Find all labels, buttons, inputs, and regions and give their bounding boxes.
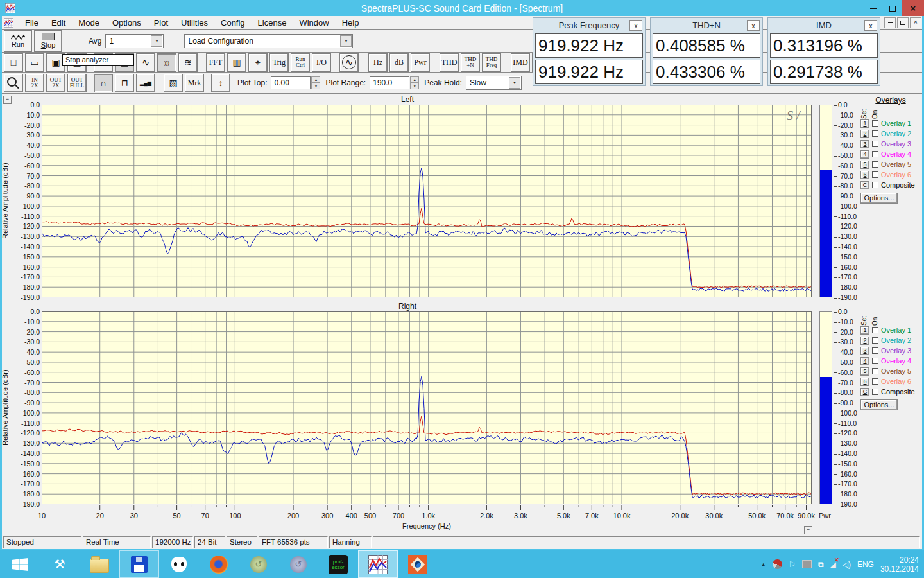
collapse-top-button[interactable]: − xyxy=(3,96,12,104)
units-db-button[interactable]: dB xyxy=(389,53,409,72)
overlay-set-button-c-left[interactable]: C xyxy=(860,181,869,189)
zoom-button[interactable] xyxy=(4,74,23,92)
peak-hold-select[interactable]: Slow ▼ xyxy=(466,76,522,90)
menu-edit[interactable]: Edit xyxy=(45,18,72,28)
bar-plot-button[interactable]: ▂▄▆ xyxy=(136,74,155,92)
down-arrow-icon[interactable]: ▼ xyxy=(311,83,320,89)
restore-button[interactable] xyxy=(883,0,902,16)
open-file-button[interactable]: ▭ xyxy=(25,53,44,72)
up-arrow-icon[interactable]: ▲ xyxy=(311,76,320,83)
audio-app-button-1[interactable]: ↺ xyxy=(239,550,278,578)
overlay-set-button-3-right[interactable]: 3 xyxy=(860,347,869,355)
menu-window[interactable]: Window xyxy=(293,18,335,28)
overlay-set-button-5-right[interactable]: 5 xyxy=(860,367,869,376)
spectrogram-view-button[interactable]: ))) xyxy=(157,53,176,72)
avg-select[interactable]: 1 ▼ xyxy=(105,34,164,48)
calibration-button[interactable]: ⌖ xyxy=(248,53,268,72)
chevron-down-icon[interactable]: ▼ xyxy=(151,35,162,47)
overlay-checkbox-3-left[interactable] xyxy=(872,141,878,147)
tray-mixer-icon[interactable] xyxy=(773,559,782,569)
vertical-scale-button[interactable]: ↕ xyxy=(211,74,230,92)
zoom-out-2x-button[interactable]: OUT 2X xyxy=(46,74,65,92)
menu-config[interactable]: Config xyxy=(214,18,252,28)
server-manager-button[interactable]: ⚒ xyxy=(40,550,80,578)
safely-remove-hardware-icon[interactable]: ⧉ xyxy=(818,560,824,569)
menu-utilities[interactable]: Utilities xyxy=(175,18,214,28)
display-options-button[interactable]: ▧ xyxy=(164,74,183,92)
zoom-out-full-button[interactable]: OUT FULL xyxy=(67,74,87,92)
thd-n-button[interactable]: THD +N xyxy=(461,53,480,72)
plot-top-field[interactable]: 0.00 xyxy=(271,76,311,89)
overlay-checkbox-5-right[interactable] xyxy=(872,368,878,374)
units-pwr-button[interactable]: Pwr xyxy=(411,53,430,72)
overlay-checkbox-5-left[interactable] xyxy=(872,161,878,168)
overlay-checkbox-2-right[interactable] xyxy=(872,337,878,344)
overlay-checkbox-3-right[interactable] xyxy=(872,347,878,354)
chevron-down-icon[interactable]: ▼ xyxy=(340,35,352,47)
overlay-set-button-3-left[interactable]: 3 xyxy=(860,140,869,148)
plot-range-stepper[interactable]: ▲▼ xyxy=(410,76,419,89)
overlay-set-button-c-right[interactable]: C xyxy=(860,388,869,396)
overlay-set-button-2-left[interactable]: 2 xyxy=(860,130,869,138)
thd-freq-button[interactable]: THD Freq xyxy=(482,53,501,72)
surface-view-button[interactable]: ≋ xyxy=(178,53,198,72)
menu-plot[interactable]: Plot xyxy=(148,18,175,28)
menu-help[interactable]: Help xyxy=(336,18,366,28)
overlay-set-button-1-right[interactable]: 1 xyxy=(860,326,869,335)
left-spectrum-plot[interactable] xyxy=(42,105,812,297)
start-button[interactable] xyxy=(0,550,40,578)
overlay-checkbox-4-left[interactable] xyxy=(872,151,878,157)
mdi-minimize-button[interactable] xyxy=(884,17,896,28)
units-hz-button[interactable]: Hz xyxy=(368,53,388,72)
volume-icon[interactable]: ◁) xyxy=(843,560,851,569)
audio-app-button-2[interactable]: ↺ xyxy=(278,550,318,578)
right-spectrum-plot[interactable] xyxy=(42,311,812,504)
language-indicator[interactable]: ENG xyxy=(857,560,874,569)
run-control-button[interactable]: Run Ctrl xyxy=(291,53,310,72)
overlays-options-button-left[interactable]: Options... xyxy=(860,193,898,204)
overlays-options-button-right[interactable]: Options... xyxy=(860,399,898,410)
menu-license[interactable]: License xyxy=(252,18,293,28)
action-center-flag-icon[interactable]: ⚐ xyxy=(789,560,796,569)
scaling-button[interactable]: ▥ xyxy=(227,53,246,72)
close-button[interactable]: × xyxy=(902,0,924,16)
tray-expand-arrow[interactable]: ▲ xyxy=(760,561,766,568)
tray-app-icon[interactable] xyxy=(802,560,812,568)
firefox-button[interactable] xyxy=(199,550,239,578)
stop-button[interactable]: Stop xyxy=(34,30,62,52)
overlay-set-button-6-left[interactable]: 6 xyxy=(860,171,869,179)
foobar2000-button[interactable] xyxy=(159,550,199,578)
step-plot-button[interactable]: ⊓ xyxy=(115,74,134,92)
mdi-close-button[interactable]: × xyxy=(910,17,921,28)
meter-close-button[interactable]: x xyxy=(747,20,760,31)
mdi-restore-button[interactable] xyxy=(897,17,909,28)
menu-file[interactable]: File xyxy=(19,18,45,28)
overlay-set-button-2-right[interactable]: 2 xyxy=(860,337,869,345)
up-arrow-icon[interactable]: ▲ xyxy=(410,76,419,83)
overlay-checkbox-6-left[interactable] xyxy=(872,171,878,178)
peak-plot-button[interactable]: ∩ xyxy=(94,74,113,92)
marker-button[interactable]: Mrk xyxy=(185,74,204,92)
overlay-set-button-4-right[interactable]: 4 xyxy=(860,357,869,365)
menu-options[interactable]: Options xyxy=(106,18,148,28)
overlay-checkbox-4-right[interactable] xyxy=(872,358,878,364)
signal-generator-button[interactable]: ∿ xyxy=(339,53,359,72)
collapse-bottom-button[interactable]: − xyxy=(804,526,812,534)
overlay-checkbox-c-right[interactable] xyxy=(872,389,878,395)
overlay-checkbox-6-right[interactable] xyxy=(872,378,878,385)
overlay-checkbox-c-left[interactable] xyxy=(872,182,878,188)
imd-button[interactable]: IMD xyxy=(511,53,530,72)
overlay-set-button-5-left[interactable]: 5 xyxy=(860,161,869,169)
overlay-set-button-1-left[interactable]: 1 xyxy=(860,119,869,128)
fft-settings-button[interactable]: FFT xyxy=(206,53,225,72)
image-viewer-button[interactable] xyxy=(398,550,438,578)
zoom-in-2x-button[interactable]: IN 2X xyxy=(25,74,44,92)
plot-top-stepper[interactable]: ▲▼ xyxy=(311,76,320,89)
run-button[interactable]: Run xyxy=(4,30,32,52)
overlay-checkbox-1-left[interactable] xyxy=(872,120,878,127)
menu-mode[interactable]: Mode xyxy=(72,18,106,28)
meter-close-button[interactable]: x xyxy=(629,20,642,31)
chevron-down-icon[interactable]: ▼ xyxy=(509,77,520,89)
trigger-button[interactable]: Trig xyxy=(270,53,289,72)
professor-app-button[interactable]: prof- essor xyxy=(318,550,358,578)
